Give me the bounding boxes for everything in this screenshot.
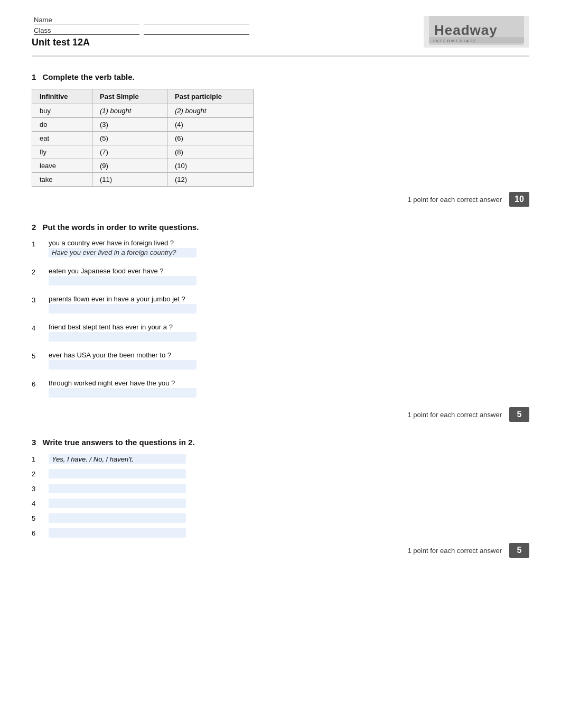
cell-infinitive: buy xyxy=(32,104,92,118)
col-past-simple: Past Simple xyxy=(92,89,167,104)
table-row: eat (5) (6) xyxy=(32,132,254,145)
cell-past-simple: (7) xyxy=(92,145,167,159)
section-1-title: Complete the verb table. xyxy=(43,72,135,81)
q-answer-1: Have you ever lived in a foreign country… xyxy=(49,248,197,257)
name-underline xyxy=(144,16,249,24)
list-item: 4 friend best slept tent has ever in you… xyxy=(32,323,529,342)
a-field-6 xyxy=(49,528,186,538)
cell-past-simple: (9) xyxy=(92,159,167,173)
logo-svg: Headway INTERMEDIATE xyxy=(429,16,524,45)
cell-past-participle: (10) xyxy=(167,159,254,173)
a-field-1: Yes, I have. / No, I haven't. xyxy=(49,454,186,464)
page-header: Name Class Unit test 12A Headway INTERME… xyxy=(32,16,529,50)
class-label: Class xyxy=(34,26,139,35)
section-2-score-label: 1 point for each correct answer xyxy=(408,411,502,419)
section-3-score-box: 5 xyxy=(509,543,529,558)
a-num-5: 5 xyxy=(32,514,42,522)
section-1-score-row: 1 point for each correct answer 10 xyxy=(32,192,529,207)
name-field: Name xyxy=(32,16,249,24)
cell-past-simple: (1) bought xyxy=(92,104,167,118)
cell-infinitive: take xyxy=(32,173,92,187)
list-item: 4 xyxy=(32,499,529,508)
cell-italic: (2) bought xyxy=(175,107,206,115)
section-2-score-row: 1 point for each correct answer 5 xyxy=(32,407,529,422)
q-content-6: through worked night ever have the you ? xyxy=(49,379,197,398)
list-item: 2 eaten you Japanese food ever have ? xyxy=(32,267,529,285)
q-text-6: through worked night ever have the you ? xyxy=(49,379,197,387)
q-answer-5 xyxy=(49,360,197,370)
section-2-number: 2 xyxy=(32,223,36,232)
logo-text: Headway INTERMEDIATE xyxy=(429,16,524,48)
q-num-1: 1 xyxy=(32,239,42,248)
unit-title: Unit test 12A xyxy=(32,37,249,48)
section-1: 1 Complete the verb table. Infinitive Pa… xyxy=(32,72,529,207)
list-item: 6 through worked night ever have the you… xyxy=(32,379,529,398)
table-row: leave (9) (10) xyxy=(32,159,254,173)
a-field-3 xyxy=(49,484,186,493)
table-row: take (11) (12) xyxy=(32,173,254,187)
class-field: Class xyxy=(32,26,249,35)
q-content-3: parents flown ever in have a your jumbo … xyxy=(49,295,197,314)
q-content-1: you a country ever have in foreign lived… xyxy=(49,239,197,257)
list-item: 1 Yes, I have. / No, I haven't. xyxy=(32,454,529,464)
cell-past-simple: (3) xyxy=(92,118,167,132)
cell-italic: (1) bought xyxy=(100,107,131,115)
a-num-3: 3 xyxy=(32,485,42,493)
q-content-2: eaten you Japanese food ever have ? xyxy=(49,267,197,285)
col-past-participle: Past participle xyxy=(167,89,254,104)
cell-past-participle: (6) xyxy=(167,132,254,145)
cell-infinitive: eat xyxy=(32,132,92,145)
q-num-5: 5 xyxy=(32,351,42,360)
col-infinitive: Infinitive xyxy=(32,89,92,104)
header-divider xyxy=(32,56,529,57)
a-num-2: 2 xyxy=(32,470,42,478)
section-3-number: 3 xyxy=(32,438,36,447)
a-field-2 xyxy=(49,469,186,478)
section-2-score-box: 5 xyxy=(509,407,529,422)
a-num-1: 1 xyxy=(32,455,42,463)
cell-past-participle: (12) xyxy=(167,173,254,187)
cell-past-simple: (5) xyxy=(92,132,167,145)
q-text-4: friend best slept tent has ever in your … xyxy=(49,323,197,331)
q-answer-6 xyxy=(49,388,197,398)
logo: Headway INTERMEDIATE xyxy=(424,16,529,48)
a-num-6: 6 xyxy=(32,529,42,537)
table-row: buy (1) bought (2) bought xyxy=(32,104,254,118)
section-1-header: 1 Complete the verb table. xyxy=(32,72,529,81)
cell-infinitive: fly xyxy=(32,145,92,159)
q-num-2: 2 xyxy=(32,267,42,276)
section-1-score-label: 1 point for each correct answer xyxy=(408,196,502,204)
section-3: 3 Write true answers to the questions in… xyxy=(32,438,529,558)
q-num-4: 4 xyxy=(32,323,42,332)
q-num-3: 3 xyxy=(32,295,42,304)
q-answer-2 xyxy=(49,276,197,285)
q-content-5: ever has USA your the been mother to ? xyxy=(49,351,197,370)
table-row: do (3) (4) xyxy=(32,118,254,132)
header-left: Name Class Unit test 12A xyxy=(32,16,249,50)
q-num-6: 6 xyxy=(32,379,42,388)
section-3-title: Write true answers to the questions in 2… xyxy=(43,438,195,447)
list-item: 5 xyxy=(32,513,529,523)
svg-text:INTERMEDIATE: INTERMEDIATE xyxy=(433,39,477,43)
section-1-number: 1 xyxy=(32,72,36,81)
section-2-header: 2 Put the words in order to write questi… xyxy=(32,223,529,232)
section-2: 2 Put the words in order to write questi… xyxy=(32,223,529,422)
list-item: 3 xyxy=(32,484,529,493)
verb-table: Infinitive Past Simple Past participle b… xyxy=(32,89,254,187)
q-text-2: eaten you Japanese food ever have ? xyxy=(49,267,197,275)
cell-past-participle: (8) xyxy=(167,145,254,159)
q-text-1: you a country ever have in foreign lived… xyxy=(49,239,197,247)
list-item: 5 ever has USA your the been mother to ? xyxy=(32,351,529,370)
a-num-4: 4 xyxy=(32,500,42,508)
section-2-title: Put the words in order to write question… xyxy=(43,223,199,232)
svg-text:Headway: Headway xyxy=(434,22,498,38)
list-item: 3 parents flown ever in have a your jumb… xyxy=(32,295,529,314)
section-3-header: 3 Write true answers to the questions in… xyxy=(32,438,529,447)
cell-infinitive: leave xyxy=(32,159,92,173)
list-item: 2 xyxy=(32,469,529,478)
cell-infinitive: do xyxy=(32,118,92,132)
section-3-score-row: 1 point for each correct answer 5 xyxy=(32,543,529,558)
a-field-4 xyxy=(49,499,186,508)
class-underline xyxy=(144,26,249,35)
q-content-4: friend best slept tent has ever in your … xyxy=(49,323,197,342)
